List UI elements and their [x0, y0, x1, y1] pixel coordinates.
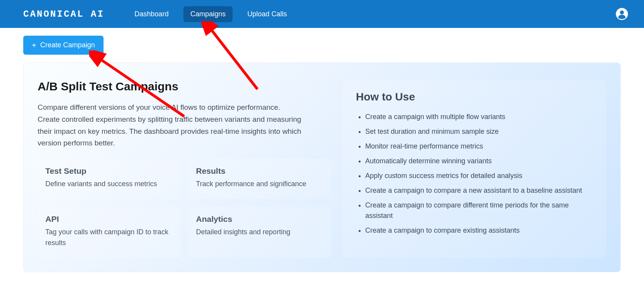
create-campaign-label: Create Campaign [40, 41, 95, 49]
create-campaign-button[interactable]: + Create Campaign [23, 36, 104, 55]
page-title: A/B Split Test Campaigns [38, 80, 331, 93]
plus-icon: + [32, 41, 36, 49]
list-item: Create a campaign to compare a new assis… [365, 185, 593, 196]
how-to-use-title: How to Use [356, 91, 593, 103]
tile-analytics: Analytics Detailed insights and reportin… [188, 207, 331, 258]
tile-title: Results [196, 166, 324, 176]
tile-text: Tag your calls with campaign ID to track… [45, 227, 173, 249]
nav-campaigns[interactable]: Campaigns [183, 6, 233, 22]
tile-results: Results Track performance and significan… [188, 159, 331, 199]
how-to-use-list: Create a campaign with multiple flow var… [356, 112, 593, 236]
feature-tiles: Test Setup Define variants and success m… [38, 159, 331, 258]
user-avatar-icon[interactable] [615, 7, 628, 21]
logo[interactable]: CANONICAL AI [23, 9, 104, 19]
tile-text: Detailed insights and reporting [196, 227, 324, 238]
header-left: CANONICAL AI Dashboard Campaigns Upload … [23, 6, 294, 22]
tile-text: Track performance and significance [196, 179, 324, 190]
list-item: Automatically determine winning variants [365, 156, 593, 166]
main-card: A/B Split Test Campaigns Compare differe… [23, 62, 621, 272]
tile-title: API [45, 214, 173, 224]
svg-point-1 [620, 10, 624, 14]
list-item: Create a campaign with multiple flow var… [365, 112, 593, 122]
tile-text: Define variants and success metrics [45, 179, 173, 190]
list-item: Set test duration and minimum sample siz… [365, 126, 593, 137]
tile-title: Test Setup [45, 166, 173, 176]
list-item: Apply custom success metrics for detaile… [365, 171, 593, 181]
page-content: + Create Campaign A/B Split Test Campaig… [0, 28, 644, 280]
how-to-use-panel: How to Use Create a campaign with multip… [343, 80, 606, 258]
tile-api: API Tag your calls with campaign ID to t… [38, 207, 181, 258]
list-item: Create a campaign to compare existing as… [365, 225, 593, 236]
page-description: Compare different versions of your voice… [38, 102, 301, 149]
tile-test-setup: Test Setup Define variants and success m… [38, 159, 181, 199]
nav-upload-calls[interactable]: Upload Calls [240, 6, 294, 22]
left-column: A/B Split Test Campaigns Compare differe… [38, 80, 331, 258]
list-item: Monitor real-time performance metrics [365, 141, 593, 152]
tile-title: Analytics [196, 214, 324, 224]
nav-dashboard[interactable]: Dashboard [128, 6, 176, 22]
list-item: Create a campaign to compare different t… [365, 200, 593, 221]
top-nav: CANONICAL AI Dashboard Campaigns Upload … [0, 0, 644, 28]
nav-bar: Dashboard Campaigns Upload Calls [128, 6, 294, 22]
